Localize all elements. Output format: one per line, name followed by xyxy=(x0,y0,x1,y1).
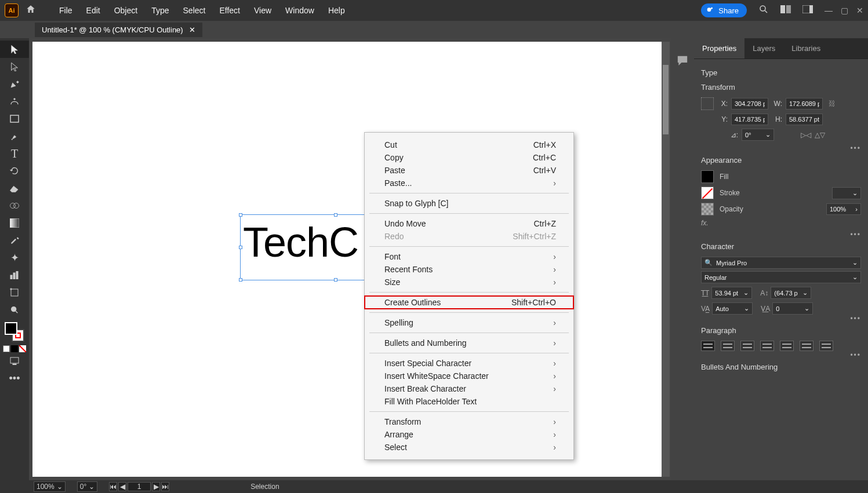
justify-all-icon[interactable] xyxy=(819,341,833,351)
search-icon[interactable] xyxy=(758,4,769,17)
document-tab[interactable]: Untitled-1* @ 100 % (CMYK/CPU Outline) ✕ xyxy=(35,23,202,37)
workspace-icon[interactable] xyxy=(802,5,813,16)
artboard-nav[interactable]: ⏮◀ 1 ▶⏭ xyxy=(109,482,169,491)
ctx-transform[interactable]: Transform› xyxy=(365,415,573,428)
tab-layers[interactable]: Layers xyxy=(744,38,783,59)
transform-more-icon[interactable]: ••• xyxy=(850,144,861,152)
arrange-docs-icon[interactable] xyxy=(780,5,791,16)
opacity-swatch[interactable] xyxy=(701,203,714,216)
align-left-icon[interactable] xyxy=(701,341,715,351)
selection-tool[interactable] xyxy=(0,41,29,58)
minimize-icon[interactable]: — xyxy=(825,6,833,15)
menu-file[interactable]: File xyxy=(59,6,72,15)
fill-swatch[interactable] xyxy=(701,170,714,183)
screen-mode-tool[interactable] xyxy=(0,352,29,370)
ctx-create-outlines[interactable]: Create OutlinesShift+Ctrl+O xyxy=(365,296,573,309)
ctx-arrange[interactable]: Arrange› xyxy=(365,428,573,441)
fill-stroke-swatch[interactable] xyxy=(5,322,24,342)
flip-v-icon[interactable]: △▽ xyxy=(815,131,825,139)
ref-point-icon[interactable] xyxy=(701,97,714,110)
direct-selection-tool[interactable] xyxy=(0,58,29,75)
ctx-cut[interactable]: CutCtrl+X xyxy=(365,138,573,151)
ctx-undo[interactable]: Undo MoveCtrl+Z xyxy=(365,217,573,230)
ctx-insert-special[interactable]: Insert Special Character› xyxy=(365,357,573,370)
home-icon[interactable] xyxy=(26,4,36,17)
menu-help[interactable]: Help xyxy=(328,6,345,15)
align-center-icon[interactable] xyxy=(721,341,735,351)
doc-tab-close-icon[interactable]: ✕ xyxy=(189,25,195,34)
ctx-recent-fonts[interactable]: Recent Fonts› xyxy=(365,263,573,276)
ctx-spelling[interactable]: Spelling› xyxy=(365,316,573,329)
justify-left-icon[interactable] xyxy=(760,341,774,351)
paragraph-more-icon[interactable]: ••• xyxy=(850,351,861,359)
w-field[interactable] xyxy=(786,98,823,109)
y-field[interactable] xyxy=(731,114,768,125)
flip-h-icon[interactable]: ▷◁ xyxy=(801,131,811,139)
menu-object[interactable]: Object xyxy=(114,6,137,15)
symbol-sprayer-tool[interactable]: ✦ xyxy=(0,249,29,266)
ctx-snap-glyph[interactable]: Snap to Glyph [C] xyxy=(365,197,573,210)
stroke-swatch[interactable] xyxy=(701,187,714,199)
rotate-view[interactable]: 0°⌄ xyxy=(77,481,97,492)
rotate-tool[interactable] xyxy=(0,162,29,180)
gradient-tool[interactable] xyxy=(0,214,29,232)
font-size-field[interactable]: 53.94 pt⌄ xyxy=(711,287,752,299)
ctx-paste[interactable]: PasteCtrl+V xyxy=(365,164,573,177)
menu-edit[interactable]: Edit xyxy=(86,6,100,15)
svg-rect-20 xyxy=(10,357,19,363)
angle-field[interactable]: 0°⌄ xyxy=(742,129,774,141)
eraser-tool[interactable] xyxy=(0,180,29,197)
maximize-icon[interactable]: ▢ xyxy=(841,6,848,15)
font-style-field[interactable]: Regular⌄ xyxy=(701,271,861,283)
ctx-insert-ws[interactable]: Insert WhiteSpace Character› xyxy=(365,370,573,382)
opacity-field[interactable]: 100%› xyxy=(826,203,861,215)
ctx-font[interactable]: Font› xyxy=(365,250,573,263)
leading-field[interactable]: (64.73 p⌄ xyxy=(771,287,811,299)
column-graph-tool[interactable] xyxy=(0,266,29,284)
type-tool[interactable]: T xyxy=(0,145,29,162)
justify-right-icon[interactable] xyxy=(800,341,813,351)
shape-builder-tool[interactable] xyxy=(0,197,29,214)
fx-icon[interactable]: fx. xyxy=(701,219,709,227)
color-mode-strip[interactable] xyxy=(0,345,29,352)
font-family-field[interactable]: 🔍Myriad Pro⌄ xyxy=(701,257,861,269)
paintbrush-tool[interactable] xyxy=(0,127,29,145)
justify-center-icon[interactable] xyxy=(780,341,794,351)
ctx-fill-placeholder[interactable]: Fill With PlaceHolder Text xyxy=(365,395,573,408)
menu-select[interactable]: Select xyxy=(183,6,206,15)
character-more-icon[interactable]: ••• xyxy=(850,315,861,323)
menu-type[interactable]: Type xyxy=(151,6,169,15)
zoom-tool[interactable] xyxy=(0,301,29,319)
vertical-scrollbar[interactable] xyxy=(662,42,670,477)
x-field[interactable] xyxy=(731,98,768,109)
close-icon[interactable]: ✕ xyxy=(856,6,863,15)
ctx-size[interactable]: Size› xyxy=(365,276,573,289)
ctx-select[interactable]: Select› xyxy=(365,441,573,454)
align-right-icon[interactable] xyxy=(740,341,754,351)
tab-properties[interactable]: Properties xyxy=(694,38,744,59)
tab-libraries[interactable]: Libraries xyxy=(783,38,829,59)
menu-view[interactable]: View xyxy=(254,6,271,15)
constrain-proportions-icon[interactable]: ⛓︎ xyxy=(829,100,836,108)
h-field[interactable] xyxy=(786,114,823,125)
edit-toolbar-icon[interactable]: ••• xyxy=(0,370,29,387)
kerning-field[interactable]: Auto⌄ xyxy=(712,302,753,315)
pen-tool[interactable] xyxy=(0,75,29,93)
comments-panel-icon[interactable] xyxy=(677,50,688,71)
share-button[interactable]: Share xyxy=(701,3,747,17)
menu-window[interactable]: Window xyxy=(285,6,314,15)
tracking-field[interactable]: 0⌄ xyxy=(772,302,813,315)
zoom-level[interactable]: 100%⌄ xyxy=(34,481,66,492)
ctx-bullets[interactable]: Bullets and Numbering› xyxy=(365,337,573,349)
eyedropper-tool[interactable] xyxy=(0,232,29,249)
stroke-weight-field[interactable]: ⌄ xyxy=(832,187,861,199)
artboard-tool[interactable] xyxy=(0,284,29,301)
artboard[interactable]: TechC CutCtrl+X CopyCtrl+C PasteCtrl+V P… xyxy=(32,42,667,477)
ctx-copy[interactable]: CopyCtrl+C xyxy=(365,151,573,164)
appearance-more-icon[interactable]: ••• xyxy=(850,231,861,239)
rectangle-tool[interactable] xyxy=(0,110,29,127)
ctx-paste-sub[interactable]: Paste...› xyxy=(365,177,573,189)
curvature-tool[interactable] xyxy=(0,93,29,110)
ctx-insert-break[interactable]: Insert Break Character› xyxy=(365,382,573,395)
menu-effect[interactable]: Effect xyxy=(219,6,240,15)
